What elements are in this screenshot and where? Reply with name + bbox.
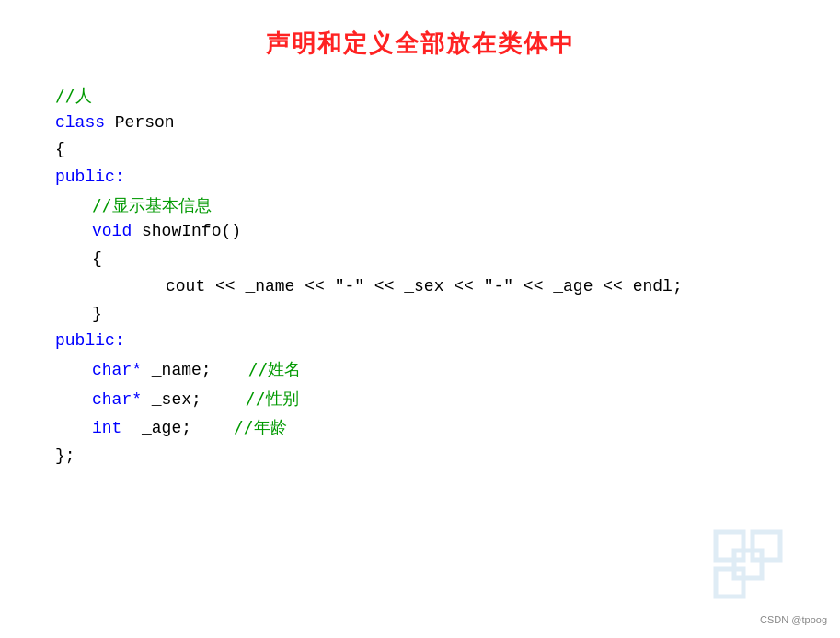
age-var: _age; (121, 415, 191, 443)
code-line-public1: public: (55, 164, 785, 191)
comment-sex: //性别 (246, 385, 299, 412)
brace-close1: } (92, 301, 102, 329)
brace-open: { (55, 136, 65, 164)
comment-person: //人 (55, 82, 92, 110)
brace-open2: { (92, 246, 102, 273)
svg-rect-1 (734, 551, 762, 578)
public2-keyword: public: (55, 328, 125, 355)
public1-keyword: public: (55, 164, 125, 191)
code-line-method: void showInfo() (92, 218, 785, 246)
sex-var: _sex; (142, 387, 201, 414)
char-keyword1: char* (92, 357, 142, 385)
code-line-brace-close1: } (92, 301, 785, 329)
keyword-class: class (55, 110, 105, 137)
comment-showinfo: //显示基本信息 (92, 191, 212, 219)
code-line-public2: public: (55, 328, 785, 355)
int-keyword: int (92, 415, 121, 443)
cout-line: cout << _name << "-" << _sex << "-" << _… (166, 273, 683, 301)
code-line-cout: cout << _name << "-" << _sex << "-" << _… (166, 273, 785, 301)
code-line-comment-person: //人 (55, 82, 785, 110)
name-var: _name; (142, 357, 212, 385)
code-line-brace-open2: { (92, 246, 785, 273)
void-keyword: void (92, 218, 132, 246)
comment-name: //姓名 (248, 355, 302, 383)
code-line-name: char* _name;//姓名 (92, 355, 785, 385)
code-line-comment-showinfo: //显示基本信息 (92, 191, 785, 219)
watermark-icon (711, 528, 785, 601)
slide-container: 声明和定义全部放在类体中 //人 class Person { public: … (0, 0, 840, 638)
class-name: Person (105, 110, 175, 137)
svg-rect-0 (716, 532, 743, 560)
brace-close-semi: }; (55, 443, 75, 470)
code-line-sex: char* _sex;//性别 (92, 385, 785, 414)
comment-age: //年龄 (234, 413, 287, 441)
csdn-watermark-label: CSDN @tpoog (760, 614, 827, 625)
svg-rect-3 (716, 569, 743, 597)
code-line-brace-close-semi: }; (55, 443, 785, 470)
svg-rect-2 (753, 532, 780, 560)
code-line-class: class Person (55, 110, 785, 137)
code-line-brace-open: { (55, 136, 785, 164)
code-block: //人 class Person { public: //显示基本信息 void… (55, 82, 785, 470)
char-keyword2: char* (92, 387, 142, 414)
slide-title: 声明和定义全部放在类体中 (55, 28, 785, 60)
code-line-age: int _age;//年龄 (92, 413, 785, 443)
method-name: showInfo() (132, 218, 241, 246)
